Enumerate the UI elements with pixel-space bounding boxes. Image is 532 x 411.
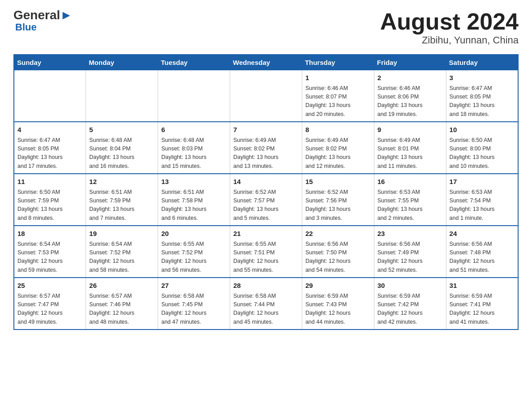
calendar-cell: 26Sunrise: 6:57 AMSunset: 7:46 PMDayligh…: [86, 278, 158, 330]
day-number: 12: [89, 177, 154, 187]
day-number: 11: [17, 177, 82, 187]
calendar-cell: [86, 70, 158, 122]
calendar-cell: 9Sunrise: 6:49 AMSunset: 8:01 PMDaylight…: [374, 122, 446, 174]
day-number: 5: [89, 125, 154, 135]
calendar-cell: 3Sunrise: 6:47 AMSunset: 8:05 PMDaylight…: [446, 70, 518, 122]
day-number: 7: [233, 125, 299, 135]
day-info: Sunrise: 6:49 AMSunset: 8:02 PMDaylight:…: [233, 136, 299, 171]
day-info: Sunrise: 6:53 AMSunset: 7:55 PMDaylight:…: [378, 188, 443, 223]
calendar-cell: 15Sunrise: 6:52 AMSunset: 7:56 PMDayligh…: [302, 174, 374, 226]
day-info: Sunrise: 6:56 AMSunset: 7:50 PMDaylight:…: [305, 240, 371, 275]
day-number: 29: [305, 281, 371, 291]
day-info: Sunrise: 6:59 AMSunset: 7:43 PMDaylight:…: [305, 292, 371, 327]
day-number: 16: [378, 177, 443, 187]
calendar-cell: 19Sunrise: 6:54 AMSunset: 7:52 PMDayligh…: [86, 226, 158, 278]
day-info: Sunrise: 6:57 AMSunset: 7:47 PMDaylight:…: [17, 292, 82, 327]
day-info: Sunrise: 6:51 AMSunset: 7:58 PMDaylight:…: [161, 188, 227, 223]
day-info: Sunrise: 6:55 AMSunset: 7:52 PMDaylight:…: [161, 240, 227, 275]
day-number: 30: [378, 281, 443, 291]
calendar-cell: 29Sunrise: 6:59 AMSunset: 7:43 PMDayligh…: [302, 278, 374, 330]
day-info: Sunrise: 6:56 AMSunset: 7:49 PMDaylight:…: [378, 240, 443, 275]
calendar-week-row: 4Sunrise: 6:47 AMSunset: 8:05 PMDaylight…: [14, 122, 518, 174]
day-number: 27: [161, 281, 227, 291]
day-number: 22: [305, 229, 371, 239]
calendar-cell: 17Sunrise: 6:53 AMSunset: 7:54 PMDayligh…: [446, 174, 518, 226]
day-info: Sunrise: 6:51 AMSunset: 7:59 PMDaylight:…: [89, 188, 154, 223]
calendar-week-row: 18Sunrise: 6:54 AMSunset: 7:53 PMDayligh…: [14, 226, 518, 278]
day-number: 3: [450, 73, 515, 83]
weekday-header: Saturday: [446, 55, 518, 70]
calendar-cell: [158, 70, 230, 122]
weekday-header: Thursday: [302, 55, 374, 70]
day-info: Sunrise: 6:47 AMSunset: 8:05 PMDaylight:…: [17, 136, 82, 171]
calendar-cell: 18Sunrise: 6:54 AMSunset: 7:53 PMDayligh…: [14, 226, 86, 278]
logo-blue: Blue: [15, 21, 37, 33]
day-number: 31: [450, 281, 515, 291]
title-block: August 2024 Zibihu, Yunnan, China: [380, 9, 519, 46]
day-info: Sunrise: 6:47 AMSunset: 8:05 PMDaylight:…: [450, 84, 515, 119]
day-number: 9: [378, 125, 443, 135]
day-number: 14: [233, 177, 299, 187]
calendar-cell: 8Sunrise: 6:49 AMSunset: 8:02 PMDaylight…: [302, 122, 374, 174]
calendar-cell: 22Sunrise: 6:56 AMSunset: 7:50 PMDayligh…: [302, 226, 374, 278]
page-header: General► Blue August 2024 Zibihu, Yunnan…: [13, 9, 519, 46]
day-number: 24: [450, 229, 515, 239]
weekday-header-row: SundayMondayTuesdayWednesdayThursdayFrid…: [14, 55, 518, 70]
day-number: 21: [233, 229, 299, 239]
calendar-cell: 4Sunrise: 6:47 AMSunset: 8:05 PMDaylight…: [14, 122, 86, 174]
day-number: 20: [161, 229, 227, 239]
weekday-header: Sunday: [14, 55, 86, 70]
day-info: Sunrise: 6:53 AMSunset: 7:54 PMDaylight:…: [450, 188, 515, 223]
weekday-header: Wednesday: [230, 55, 302, 70]
calendar-cell: 10Sunrise: 6:50 AMSunset: 8:00 PMDayligh…: [446, 122, 518, 174]
day-number: 1: [305, 73, 371, 83]
day-number: 23: [378, 229, 443, 239]
day-info: Sunrise: 6:52 AMSunset: 7:57 PMDaylight:…: [233, 188, 299, 223]
calendar-cell: 11Sunrise: 6:50 AMSunset: 7:59 PMDayligh…: [14, 174, 86, 226]
day-info: Sunrise: 6:50 AMSunset: 7:59 PMDaylight:…: [17, 188, 82, 223]
day-info: Sunrise: 6:49 AMSunset: 8:02 PMDaylight:…: [305, 136, 371, 171]
day-info: Sunrise: 6:54 AMSunset: 7:53 PMDaylight:…: [17, 240, 82, 275]
day-number: 6: [161, 125, 227, 135]
day-info: Sunrise: 6:57 AMSunset: 7:46 PMDaylight:…: [89, 292, 154, 327]
calendar-cell: 14Sunrise: 6:52 AMSunset: 7:57 PMDayligh…: [230, 174, 302, 226]
calendar-cell: 5Sunrise: 6:48 AMSunset: 8:04 PMDaylight…: [86, 122, 158, 174]
day-number: 17: [450, 177, 515, 187]
calendar-cell: 7Sunrise: 6:49 AMSunset: 8:02 PMDaylight…: [230, 122, 302, 174]
day-info: Sunrise: 6:56 AMSunset: 7:48 PMDaylight:…: [450, 240, 515, 275]
logo-general: General►: [13, 9, 73, 21]
calendar-cell: [14, 70, 86, 122]
day-info: Sunrise: 6:46 AMSunset: 8:07 PMDaylight:…: [305, 84, 371, 119]
weekday-header: Friday: [374, 55, 446, 70]
calendar-cell: 25Sunrise: 6:57 AMSunset: 7:47 PMDayligh…: [14, 278, 86, 330]
day-number: 26: [89, 281, 154, 291]
day-info: Sunrise: 6:46 AMSunset: 8:06 PMDaylight:…: [378, 84, 443, 119]
calendar-cell: 28Sunrise: 6:58 AMSunset: 7:44 PMDayligh…: [230, 278, 302, 330]
day-number: 4: [17, 125, 82, 135]
calendar-cell: 6Sunrise: 6:48 AMSunset: 8:03 PMDaylight…: [158, 122, 230, 174]
calendar-cell: 31Sunrise: 6:59 AMSunset: 7:41 PMDayligh…: [446, 278, 518, 330]
day-info: Sunrise: 6:48 AMSunset: 8:03 PMDaylight:…: [161, 136, 227, 171]
day-number: 2: [378, 73, 443, 83]
calendar-cell: 20Sunrise: 6:55 AMSunset: 7:52 PMDayligh…: [158, 226, 230, 278]
calendar-cell: 23Sunrise: 6:56 AMSunset: 7:49 PMDayligh…: [374, 226, 446, 278]
day-number: 28: [233, 281, 299, 291]
calendar-week-row: 11Sunrise: 6:50 AMSunset: 7:59 PMDayligh…: [14, 174, 518, 226]
day-info: Sunrise: 6:48 AMSunset: 8:04 PMDaylight:…: [89, 136, 154, 171]
calendar-cell: 13Sunrise: 6:51 AMSunset: 7:58 PMDayligh…: [158, 174, 230, 226]
day-number: 15: [305, 177, 371, 187]
weekday-header: Monday: [86, 55, 158, 70]
day-number: 18: [17, 229, 82, 239]
day-number: 10: [450, 125, 515, 135]
day-info: Sunrise: 6:58 AMSunset: 7:45 PMDaylight:…: [161, 292, 227, 327]
day-info: Sunrise: 6:59 AMSunset: 7:42 PMDaylight:…: [378, 292, 443, 327]
page-title: August 2024: [380, 9, 519, 34]
calendar-table: SundayMondayTuesdayWednesdayThursdayFrid…: [13, 54, 519, 330]
calendar-cell: 30Sunrise: 6:59 AMSunset: 7:42 PMDayligh…: [374, 278, 446, 330]
calendar-cell: 16Sunrise: 6:53 AMSunset: 7:55 PMDayligh…: [374, 174, 446, 226]
calendar-week-row: 1Sunrise: 6:46 AMSunset: 8:07 PMDaylight…: [14, 70, 518, 122]
calendar-cell: 1Sunrise: 6:46 AMSunset: 8:07 PMDaylight…: [302, 70, 374, 122]
page-subtitle: Zibihu, Yunnan, China: [380, 34, 519, 46]
day-number: 13: [161, 177, 227, 187]
day-info: Sunrise: 6:54 AMSunset: 7:52 PMDaylight:…: [89, 240, 154, 275]
